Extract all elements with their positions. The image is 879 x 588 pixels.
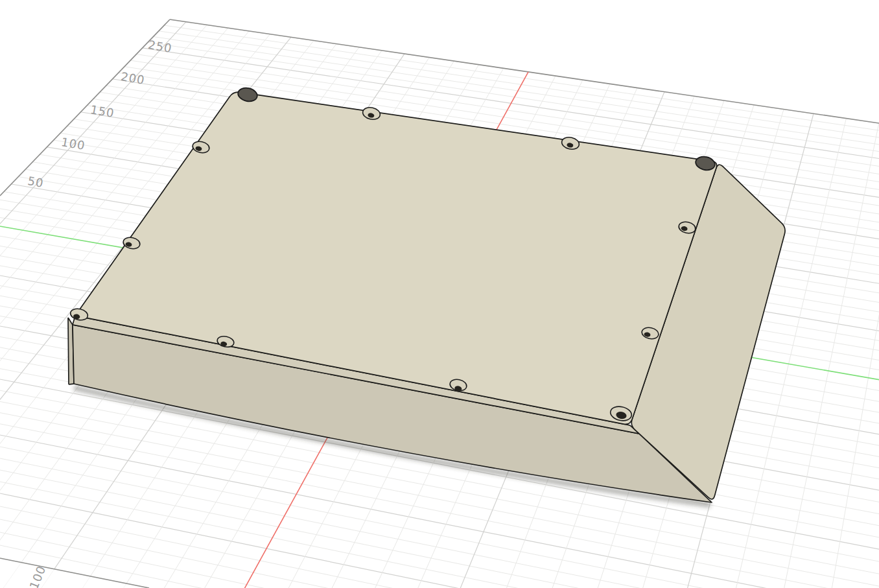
cad-viewport[interactable]: 25020015010050100: [0, 0, 879, 588]
viewport-canvas[interactable]: 25020015010050100: [0, 0, 879, 588]
grid-ruler-label: 50: [27, 174, 45, 190]
